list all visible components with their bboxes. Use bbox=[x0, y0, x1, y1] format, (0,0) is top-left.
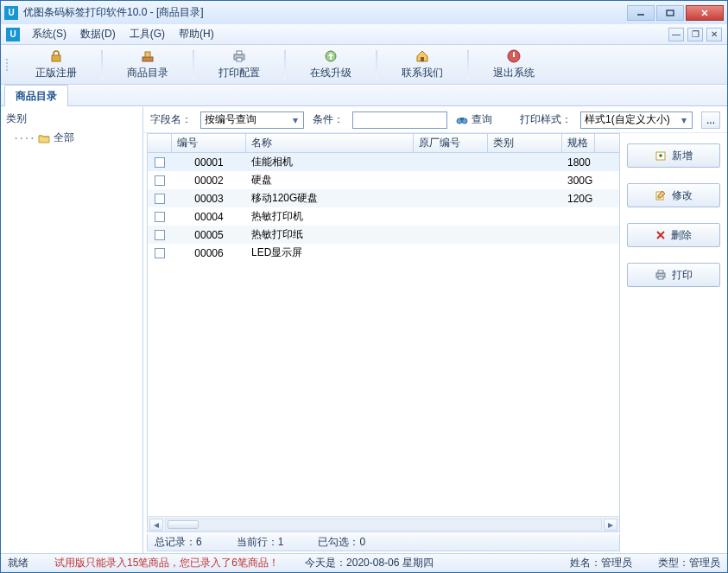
svg-rect-13 bbox=[513, 52, 515, 57]
toolbar-contact-label: 联系我们 bbox=[402, 66, 443, 80]
svg-rect-4 bbox=[52, 55, 60, 61]
cell-orig bbox=[414, 161, 488, 164]
scroll-right-button[interactable]: ▸ bbox=[604, 519, 617, 531]
toolbar-grip[interactable] bbox=[6, 48, 11, 81]
mdi-icon: U bbox=[6, 28, 20, 41]
cell-cat bbox=[488, 197, 562, 201]
header-checkbox-col[interactable] bbox=[148, 134, 172, 152]
grid-header: 编号 名称 原厂编号 类别 规格 bbox=[148, 134, 619, 153]
toolbar-print-config[interactable]: 打印配置 bbox=[201, 48, 277, 82]
cell-spec bbox=[562, 233, 595, 237]
row-checkbox[interactable] bbox=[155, 194, 165, 204]
style-label: 打印样式： bbox=[520, 112, 572, 127]
svg-rect-9 bbox=[237, 58, 242, 61]
cell-spec bbox=[562, 251, 595, 255]
status-name-value: 管理员 bbox=[601, 557, 632, 569]
add-icon bbox=[655, 150, 667, 162]
tab-catalog[interactable]: 商品目录 bbox=[4, 85, 68, 106]
field-label: 字段名： bbox=[150, 112, 192, 127]
cell-id: 00001 bbox=[172, 155, 246, 170]
cell-orig bbox=[414, 179, 488, 182]
style-combo[interactable]: 样式1(自定义大小) ▾ bbox=[580, 111, 693, 129]
cell-orig bbox=[414, 197, 488, 201]
menu-system[interactable]: 系统(S) bbox=[25, 24, 73, 44]
print-label: 打印 bbox=[672, 268, 693, 283]
lock-icon bbox=[48, 48, 64, 64]
cell-cat bbox=[488, 161, 562, 164]
delete-icon bbox=[655, 230, 666, 240]
header-cat[interactable]: 类别 bbox=[488, 134, 562, 152]
scroll-track[interactable] bbox=[165, 519, 602, 531]
svg-rect-8 bbox=[237, 51, 242, 54]
binoculars-icon bbox=[456, 114, 468, 126]
row-checkbox[interactable] bbox=[155, 175, 165, 186]
delete-button[interactable]: 删除 bbox=[627, 223, 720, 247]
status-type-value: 管理员 bbox=[689, 557, 720, 569]
header-orig[interactable]: 原厂编号 bbox=[414, 134, 488, 152]
table-row[interactable]: 00003移动120G硬盘120G bbox=[148, 189, 619, 207]
upgrade-icon bbox=[323, 48, 339, 64]
caret-down-icon: ▾ bbox=[678, 114, 690, 126]
tree-connector: ···· bbox=[13, 132, 35, 144]
field-combo[interactable]: 按编号查询 ▾ bbox=[200, 111, 304, 129]
table-row[interactable]: 00004热敏打印机 bbox=[148, 207, 619, 226]
cell-id: 00002 bbox=[172, 173, 246, 188]
menubar: U 系统(S) 数据(D) 工具(G) 帮助(H) — ❐ ✕ bbox=[1, 24, 727, 45]
current-value: 1 bbox=[278, 536, 284, 548]
minimize-button[interactable] bbox=[627, 5, 655, 21]
cell-name: 热敏打印纸 bbox=[246, 226, 414, 244]
app-window: U 优图条码标签打印软件10.0 - [商品目录] U 系统(S) 数据(D) … bbox=[0, 0, 728, 573]
table-row[interactable]: 00001佳能相机1800 bbox=[148, 153, 619, 171]
table-row[interactable]: 00006LED显示屏 bbox=[148, 244, 619, 262]
horizontal-scrollbar[interactable]: ◂ ▸ bbox=[148, 516, 619, 532]
header-name[interactable]: 名称 bbox=[246, 134, 414, 152]
main-panel: 字段名： 按编号查询 ▾ 条件： 查询 打印样式： 样式1(自定义大小) ▾ .… bbox=[143, 107, 727, 553]
style-combo-value: 样式1(自定义大小) bbox=[585, 112, 670, 127]
edit-icon bbox=[655, 189, 667, 201]
status-name-label: 姓名： bbox=[570, 557, 601, 569]
menu-help[interactable]: 帮助(H) bbox=[172, 24, 221, 44]
svg-rect-16 bbox=[460, 118, 464, 120]
add-button[interactable]: 新增 bbox=[627, 143, 720, 168]
tabs-strip: 商品目录 bbox=[1, 85, 727, 106]
toolbar-exit[interactable]: 退出系统 bbox=[476, 48, 552, 82]
titlebar[interactable]: U 优图条码标签打印软件10.0 - [商品目录] bbox=[1, 1, 727, 24]
table-row[interactable]: 00002硬盘300G bbox=[148, 171, 619, 189]
search-button[interactable]: 查询 bbox=[456, 112, 492, 127]
menu-tools[interactable]: 工具(G) bbox=[123, 24, 172, 44]
cell-cat bbox=[488, 215, 562, 219]
style-more-button[interactable]: ... bbox=[701, 111, 720, 129]
tree-root-all[interactable]: ···· 全部 bbox=[4, 129, 139, 147]
toolbar-catalog[interactable]: 商品目录 bbox=[110, 48, 186, 82]
toolbar-register-label: 正版注册 bbox=[35, 66, 77, 80]
mdi-restore-button[interactable]: ❐ bbox=[687, 28, 703, 41]
cond-input[interactable] bbox=[352, 111, 447, 129]
print-button[interactable]: 打印 bbox=[627, 263, 720, 287]
row-checkbox[interactable] bbox=[155, 230, 165, 240]
close-button[interactable] bbox=[686, 5, 724, 21]
row-checkbox[interactable] bbox=[155, 248, 165, 258]
scroll-left-button[interactable]: ◂ bbox=[149, 519, 163, 531]
svg-rect-1 bbox=[667, 10, 674, 16]
filter-row: 字段名： 按编号查询 ▾ 条件： 查询 打印样式： 样式1(自定义大小) ▾ .… bbox=[143, 107, 727, 133]
toolbar-upgrade[interactable]: 在线升级 bbox=[293, 48, 369, 82]
scroll-thumb[interactable] bbox=[168, 520, 199, 529]
menu-data[interactable]: 数据(D) bbox=[73, 24, 123, 44]
toolbar-register[interactable]: 正版注册 bbox=[18, 48, 94, 82]
status-trial: 试用版只能录入15笔商品，您已录入了6笔商品！ bbox=[54, 556, 279, 570]
header-spec[interactable]: 规格 bbox=[562, 134, 595, 152]
folder-icon bbox=[38, 133, 50, 143]
table-row[interactable]: 00005热敏打印纸 bbox=[148, 226, 619, 244]
header-id[interactable]: 编号 bbox=[172, 134, 246, 152]
maximize-button[interactable] bbox=[656, 5, 684, 21]
row-checkbox[interactable] bbox=[155, 157, 165, 168]
field-combo-value: 按编号查询 bbox=[205, 112, 256, 127]
cell-name: LED显示屏 bbox=[246, 244, 414, 262]
mdi-minimize-button[interactable]: — bbox=[668, 28, 684, 41]
toolbar-contact[interactable]: 联系我们 bbox=[384, 48, 460, 82]
caret-down-icon: ▾ bbox=[289, 114, 301, 126]
edit-button[interactable]: 修改 bbox=[627, 183, 720, 207]
row-checkbox[interactable] bbox=[155, 212, 165, 222]
mdi-close-button[interactable]: ✕ bbox=[706, 28, 722, 41]
status-ready: 就绪 bbox=[8, 556, 28, 570]
